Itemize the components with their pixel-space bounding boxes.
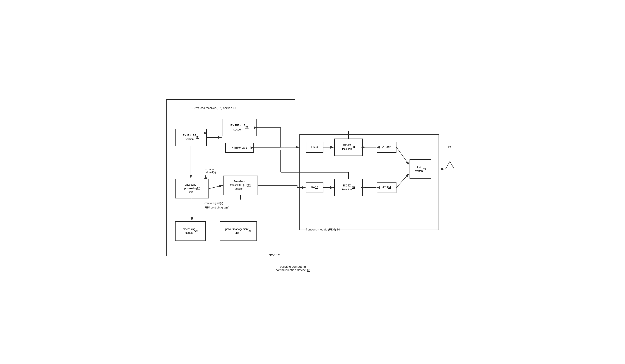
antenna-svg xyxy=(444,154,455,171)
atu42-block: ATU 42 xyxy=(377,142,397,153)
atu44-block: ATU 44 xyxy=(377,182,397,193)
pa36-block: PA 36 xyxy=(306,182,323,193)
rx-if-bb-block: RX IF to BBsection 30 xyxy=(175,129,207,146)
fem-control-label: FEM control signal(s) xyxy=(205,206,229,209)
processing-block: processingmodule 24 xyxy=(175,221,206,241)
antenna xyxy=(444,154,455,171)
rx-rf-if-block: RX RF to IFsection 28 xyxy=(222,119,257,136)
baseband-block: basebandprocessingunit 22 xyxy=(175,179,209,198)
rx-section-label: SAW-less receiver (RX) section 18 xyxy=(192,106,236,110)
saw-tx-block: SAW-lesstransmitter (TX)section 20 xyxy=(223,176,258,195)
pa34-block: PA 34 xyxy=(306,142,323,153)
rxtx-iso38-block: RX-TXisolation 38 xyxy=(334,139,363,156)
ftbpf-block: FTBPF(s) 32 xyxy=(225,143,254,153)
soc-label: SOC 12 xyxy=(269,253,280,257)
bottom-label: portable computingcommunication device 1… xyxy=(249,265,337,272)
svg-marker-34 xyxy=(445,161,454,169)
fem-label: front end module (FEM) 14 xyxy=(306,228,340,231)
fb-switch-block: FBswitch 46 xyxy=(409,159,431,179)
control-signals-top-label: ↑ control signal(s) xyxy=(205,168,216,174)
power-mgmt-block: power managementunit 26 xyxy=(220,221,257,241)
antenna-label: 16 xyxy=(448,145,451,149)
diagram: SOC 12 front end module (FEM) 14 SAW-les… xyxy=(162,95,463,269)
control-signals-bottom-label: control signal(s) xyxy=(205,202,223,205)
rxtx-iso40-block: RX-TXisolation 40 xyxy=(334,179,363,196)
